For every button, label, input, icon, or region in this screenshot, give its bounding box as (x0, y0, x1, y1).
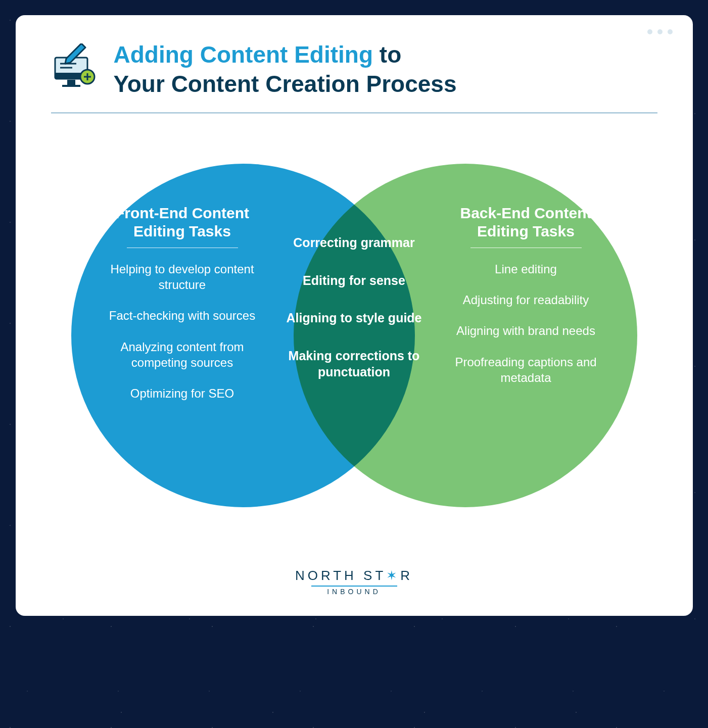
brand-right: R (400, 568, 413, 583)
brand-subtitle: INBOUND (51, 588, 657, 596)
window-dot-icon (668, 29, 673, 34)
heading-underline (470, 248, 582, 248)
venn-right-content: Back-End Content Editing Tasks Line edit… (450, 204, 602, 401)
list-item: Fact-checking with sources (107, 308, 258, 323)
venn-left-content: Front-End Content Editing Tasks Helping … (107, 204, 258, 416)
infographic-card: Adding Content Editing to Your Content C… (16, 15, 693, 616)
svg-rect-2 (67, 80, 75, 85)
list-item: Aligning to style guide (278, 310, 430, 326)
list-item: Correcting grammar (278, 234, 430, 251)
heading-underline (127, 248, 238, 248)
list-item: Adjusting for readability (450, 292, 602, 308)
title-rest: Your Content Creation Process (114, 71, 457, 97)
venn-right-heading: Back-End Content Editing Tasks (450, 204, 602, 240)
venn-left-list: Helping to develop content structure Fac… (107, 261, 258, 401)
header: Adding Content Editing to Your Content C… (51, 40, 657, 99)
venn-middle-list: Correcting grammar Editing for sense Ali… (278, 234, 430, 380)
title-connector: to (373, 41, 401, 68)
list-item: Analyzing content from competing sources (107, 339, 258, 370)
venn-right-list: Line editing Adjusting for readability A… (450, 261, 602, 385)
page-title: Adding Content Editing to Your Content C… (114, 40, 457, 99)
list-item: Line editing (450, 261, 602, 277)
list-item: Optimizing for SEO (107, 385, 258, 401)
brand-underline (311, 586, 397, 587)
star-icon: ✶ (386, 568, 400, 583)
venn-left-heading: Front-End Content Editing Tasks (107, 204, 258, 240)
venn-diagram: Front-End Content Editing Tasks Helping … (71, 138, 637, 553)
svg-rect-3 (62, 85, 80, 87)
venn-middle-content: Correcting grammar Editing for sense Ali… (278, 234, 430, 402)
window-dot-icon (647, 29, 652, 34)
brand-name: NORTH ST✶R (51, 568, 657, 584)
list-item: Helping to develop content structure (107, 261, 258, 293)
list-item: Aligning with brand needs (450, 323, 602, 338)
header-divider (51, 113, 657, 113)
window-dots (647, 29, 673, 34)
list-item: Making corrections to punctuation (278, 348, 430, 380)
list-item: Proofreading captions and metadata (450, 354, 602, 385)
window-dot-icon (657, 29, 663, 34)
brand-left: NORTH ST (295, 568, 386, 583)
list-item: Editing for sense (278, 272, 430, 289)
title-accent: Adding Content Editing (114, 41, 373, 68)
footer-logo: NORTH ST✶R INBOUND (51, 568, 657, 596)
editing-monitor-icon (51, 43, 100, 94)
